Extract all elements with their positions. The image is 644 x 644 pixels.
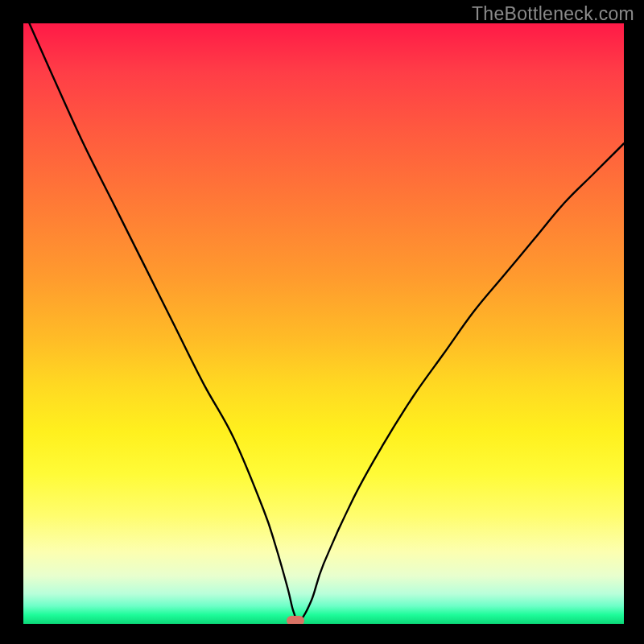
- curve-svg: [23, 23, 624, 624]
- plot-area: [23, 23, 624, 624]
- watermark-text: TheBottleneck.com: [472, 3, 634, 25]
- optimum-marker: [287, 616, 304, 624]
- bottleneck-curve: [29, 23, 624, 621]
